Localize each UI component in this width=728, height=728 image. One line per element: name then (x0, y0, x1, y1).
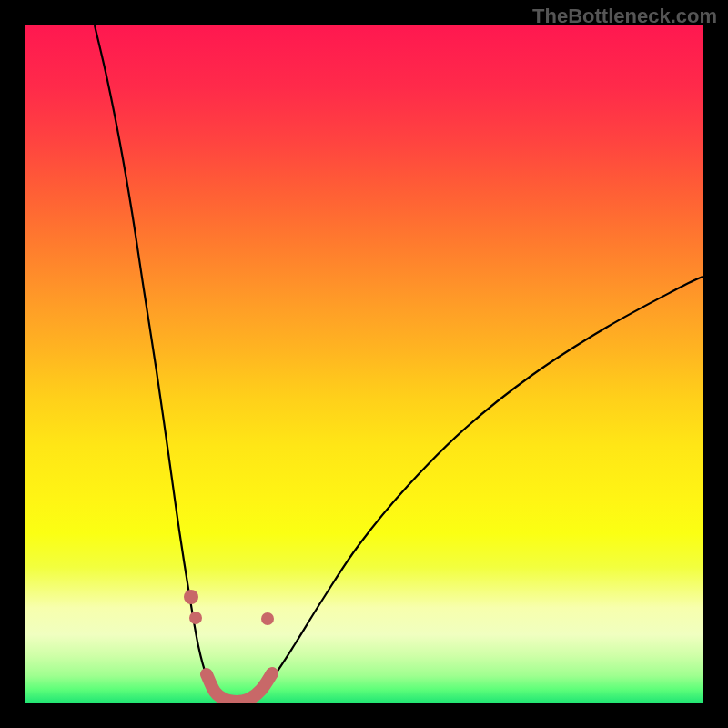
marker-dots (184, 590, 274, 625)
bottom-worm (207, 673, 272, 702)
left-dot-1 (184, 590, 198, 604)
right-curve (244, 277, 703, 703)
watermark-text: TheBottleneck.com (532, 5, 717, 28)
right-dot-1 (261, 612, 274, 625)
left-curve (95, 25, 229, 703)
chart-svg (25, 25, 703, 703)
plot-area (25, 25, 703, 703)
left-dot-2 (189, 612, 202, 624)
